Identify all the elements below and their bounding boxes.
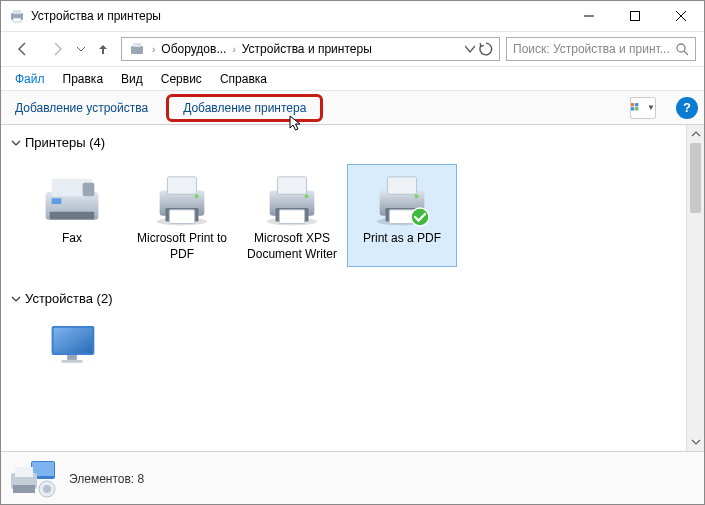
device-label: Microsoft XPS Document Writer [242, 231, 342, 262]
menu-file[interactable]: Файл [7, 70, 53, 88]
chevron-right-icon[interactable]: › [230, 44, 237, 55]
device-item-fax[interactable]: Fax [17, 164, 127, 267]
svg-rect-8 [133, 43, 141, 47]
monitor-icon [38, 325, 106, 365]
collapse-icon [11, 294, 21, 304]
printer-icon [368, 169, 436, 227]
breadcrumb[interactable]: Оборудов... [157, 38, 230, 60]
svg-point-32 [305, 194, 309, 198]
breadcrumb[interactable]: Устройства и принтеры [238, 38, 376, 60]
scroll-down-button[interactable] [687, 433, 704, 451]
device-item-print-as-pdf[interactable]: Print as a PDF [347, 164, 457, 267]
forward-button[interactable] [43, 35, 71, 63]
menubar: Файл Правка Вид Сервис Справка [1, 67, 704, 91]
svg-rect-29 [277, 176, 306, 193]
fax-icon [38, 169, 106, 227]
printer-icon [258, 169, 326, 227]
svg-rect-2 [13, 18, 21, 22]
svg-rect-18 [83, 182, 95, 196]
svg-rect-43 [61, 360, 82, 363]
svg-point-39 [411, 208, 429, 226]
address-bar[interactable]: › Оборудов... › Устройства и принтеры [121, 37, 500, 61]
menu-edit[interactable]: Правка [55, 70, 112, 88]
section-printers-label: Принтеры (4) [25, 135, 105, 150]
statusbar: Элементов: 8 [1, 451, 704, 505]
svg-point-9 [677, 44, 685, 52]
device-label: Fax [62, 231, 82, 247]
back-button[interactable] [9, 35, 37, 63]
svg-line-10 [684, 51, 688, 55]
content-area: Принтеры (4) Fax Microsoft Print to PDF … [1, 125, 704, 451]
scroll-up-button[interactable] [687, 125, 704, 143]
scrollbar[interactable] [686, 125, 704, 451]
status-text: Элементов: 8 [69, 472, 144, 486]
add-printer-button[interactable]: Добавление принтера [166, 94, 323, 122]
device-label: Print as a PDF [363, 231, 441, 247]
search-box[interactable] [506, 37, 696, 61]
navbar: › Оборудов... › Устройства и принтеры [1, 31, 704, 67]
section-devices-label: Устройства (2) [25, 291, 113, 306]
device-item-xps-writer[interactable]: Microsoft XPS Document Writer [237, 164, 347, 267]
svg-rect-14 [635, 107, 638, 110]
section-header-printers[interactable]: Принтеры (4) [11, 131, 676, 154]
search-icon [675, 42, 689, 56]
app-icon [9, 8, 25, 24]
refresh-icon[interactable] [479, 42, 493, 56]
svg-point-26 [195, 194, 199, 198]
printer-grid: Fax Microsoft Print to PDF Microsoft XPS… [11, 154, 676, 287]
svg-rect-12 [635, 103, 638, 106]
svg-rect-41 [54, 328, 93, 353]
svg-rect-1 [13, 10, 21, 14]
svg-rect-11 [631, 103, 634, 106]
printer-icon [148, 169, 216, 227]
svg-point-50 [43, 485, 51, 493]
menu-view[interactable]: Вид [113, 70, 151, 88]
chevron-right-icon[interactable]: › [150, 44, 157, 55]
location-icon [128, 40, 146, 58]
svg-rect-48 [13, 485, 35, 493]
chevron-down-icon[interactable] [465, 44, 475, 54]
menu-help[interactable]: Справка [212, 70, 275, 88]
maximize-button[interactable] [612, 1, 658, 31]
svg-rect-23 [167, 176, 196, 193]
add-printer-label: Добавление принтера [183, 101, 306, 115]
menu-service[interactable]: Сервис [153, 70, 210, 88]
status-icon [9, 459, 57, 499]
svg-rect-42 [67, 355, 77, 360]
svg-rect-25 [169, 210, 194, 224]
default-check-icon [410, 207, 430, 227]
minimize-button[interactable] [566, 1, 612, 31]
titlebar: Устройства и принтеры [1, 1, 704, 31]
device-grid [11, 310, 676, 394]
window-title: Устройства и принтеры [31, 9, 566, 23]
device-label: Microsoft Print to PDF [132, 231, 232, 262]
svg-rect-31 [279, 210, 304, 224]
toolbar: Добавление устройства Добавление принтер… [1, 91, 704, 125]
svg-rect-35 [387, 176, 416, 193]
search-input[interactable] [513, 42, 671, 56]
device-item-print-to-pdf[interactable]: Microsoft Print to PDF [127, 164, 237, 267]
history-dropdown-icon[interactable] [77, 45, 85, 53]
section-header-devices[interactable]: Устройства (2) [11, 287, 676, 310]
help-button[interactable]: ? [676, 97, 698, 119]
svg-rect-19 [50, 211, 95, 219]
svg-rect-20 [52, 198, 62, 204]
svg-rect-13 [631, 107, 634, 110]
up-button[interactable] [91, 35, 115, 63]
device-item-monitor[interactable] [17, 320, 127, 374]
svg-point-38 [415, 194, 419, 198]
scroll-thumb[interactable] [690, 143, 701, 213]
collapse-icon [11, 138, 21, 148]
svg-rect-47 [15, 467, 33, 477]
add-device-button[interactable]: Добавление устройства [7, 97, 156, 119]
view-options-button[interactable]: ▼ [630, 97, 656, 119]
svg-rect-7 [131, 46, 143, 54]
svg-rect-4 [631, 12, 640, 21]
close-button[interactable] [658, 1, 704, 31]
